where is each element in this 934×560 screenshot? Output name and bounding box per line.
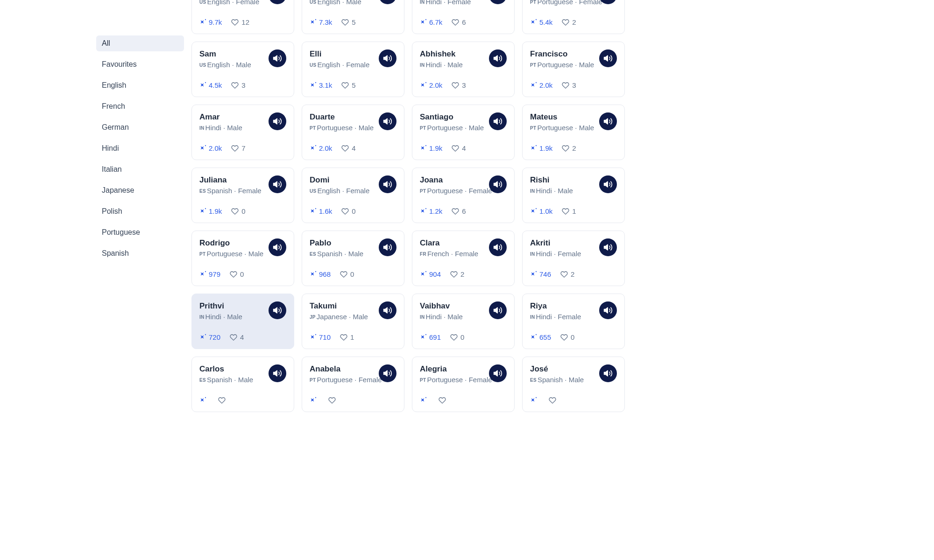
voice-card[interactable]: AmarINHindi · Male2.0k7	[191, 105, 294, 160]
likes-stat[interactable]: 0	[340, 270, 354, 278]
voice-gender: Male	[447, 313, 463, 321]
likes-stat[interactable]: 2	[562, 144, 576, 152]
sidebar-item-favourites[interactable]: Favourites	[96, 56, 184, 72]
sidebar-item-french[interactable]: French	[96, 98, 184, 114]
voice-card[interactable]: RiyaINHindi · Female6550	[522, 294, 625, 349]
sidebar-item-english[interactable]: English	[96, 77, 184, 93]
play-button[interactable]	[269, 301, 286, 319]
likes-stat[interactable]: 0	[341, 207, 355, 215]
voice-card[interactable]: DianaPTPortuguese · Female5.4k2	[522, 0, 625, 34]
voice-gender: Male	[569, 376, 584, 384]
play-button[interactable]	[599, 112, 617, 130]
play-button[interactable]	[269, 364, 286, 382]
likes-stat[interactable]: 3	[231, 81, 245, 89]
voice-card[interactable]: SamUSEnglish · Male4.5k3	[191, 42, 294, 97]
voice-card[interactable]: ArnoldUSEnglish · Male7.3k5	[302, 0, 404, 34]
voice-card[interactable]: ElliUSEnglish · Female3.1k5	[302, 42, 404, 97]
voice-card[interactable]: DomiUSEnglish · Female1.6k0	[302, 168, 404, 223]
likes-stat[interactable]: 2	[562, 18, 576, 26]
play-button[interactable]	[489, 49, 507, 67]
likes-stat[interactable]: 6	[452, 207, 466, 215]
likes-stat[interactable]: 3	[452, 81, 466, 89]
voice-card[interactable]: JulianaESSpanish · Female1.9k0	[191, 168, 294, 223]
sidebar-item-hindi[interactable]: Hindi	[96, 140, 184, 156]
voice-stats: 9.7k12	[199, 18, 286, 26]
play-button[interactable]	[599, 364, 617, 382]
play-button[interactable]	[379, 364, 396, 382]
voice-card[interactable]: JoanaPTPortuguese · Female1.2k6	[412, 168, 515, 223]
voice-card[interactable]: AnabelaPTPortuguese · Female	[302, 357, 404, 412]
likes-stat[interactable]: 3	[562, 81, 576, 89]
likes-stat[interactable]: 2	[560, 270, 574, 278]
play-button[interactable]	[379, 49, 396, 67]
likes-stat[interactable]: 2	[450, 270, 464, 278]
sidebar-item-portuguese[interactable]: Portuguese	[96, 224, 184, 240]
voice-card[interactable]: JoséESSpanish · Male	[522, 357, 625, 412]
play-button[interactable]	[269, 49, 286, 67]
play-button[interactable]	[269, 175, 286, 193]
likes-stat[interactable]: 12	[231, 18, 249, 26]
likes-stat[interactable]: 1	[340, 333, 354, 341]
voice-card[interactable]: AditiINHindi · Female6.7k6	[412, 0, 515, 34]
voice-card[interactable]: BellaUSEnglish · Female9.7k12	[191, 0, 294, 34]
play-button[interactable]	[599, 49, 617, 67]
sidebar-item-spanish[interactable]: Spanish	[96, 245, 184, 261]
voice-card[interactable]: DuartePTPortuguese · Male2.0k4	[302, 105, 404, 160]
voice-card[interactable]: PrithviINHindi · Male7204	[191, 294, 294, 349]
likes-stat[interactable]: 6	[452, 18, 466, 26]
sidebar-item-german[interactable]: German	[96, 119, 184, 135]
play-button[interactable]	[269, 238, 286, 256]
play-button[interactable]	[379, 175, 396, 193]
likes-stat[interactable]: 0	[560, 333, 574, 341]
play-button[interactable]	[489, 112, 507, 130]
voice-card[interactable]: AkritiINHindi · Female7462	[522, 231, 625, 286]
likes-stat[interactable]: 5	[341, 81, 355, 89]
voice-card[interactable]: MateusPTPortuguese · Male1.9k2	[522, 105, 625, 160]
voice-card[interactable]: VaibhavINHindi · Male6910	[412, 294, 515, 349]
play-button[interactable]	[599, 175, 617, 193]
likes-stat[interactable]: 4	[230, 333, 244, 341]
sidebar-item-polish[interactable]: Polish	[96, 203, 184, 219]
voice-card[interactable]: PabloESSpanish · Male9680	[302, 231, 404, 286]
likes-stat[interactable]	[328, 397, 339, 404]
sidebar-item-all[interactable]: All	[96, 35, 184, 51]
voice-card[interactable]: ClaraFRFrench · Female9042	[412, 231, 515, 286]
voice-card[interactable]: CarlosESSpanish · Male	[191, 357, 294, 412]
sidebar-item-japanese[interactable]: Japanese	[96, 182, 184, 198]
voice-card[interactable]: SantiagoPTPortuguese · Male1.9k4	[412, 105, 515, 160]
likes-stat[interactable]	[549, 397, 559, 404]
play-button[interactable]	[379, 112, 396, 130]
likes-stat[interactable]: 0	[230, 270, 244, 278]
usage-count: 710	[319, 333, 331, 341]
likes-stat[interactable]	[439, 397, 449, 404]
svg-marker-5	[384, 56, 388, 61]
play-button[interactable]	[489, 364, 507, 382]
play-button[interactable]	[599, 238, 617, 256]
likes-stat[interactable]: 4	[452, 144, 466, 152]
likes-stat[interactable]: 0	[231, 207, 245, 215]
play-button[interactable]	[599, 301, 617, 319]
voice-card[interactable]: AlegriaPTPortuguese · Female	[412, 357, 515, 412]
likes-stat[interactable]: 0	[450, 333, 464, 341]
play-button[interactable]	[379, 0, 396, 4]
heart-icon	[230, 334, 237, 341]
likes-stat[interactable]: 7	[231, 144, 245, 152]
play-button[interactable]	[489, 238, 507, 256]
voice-card[interactable]: RishiINHindi · Male1.0k1	[522, 168, 625, 223]
voice-card[interactable]: FranciscoPTPortuguese · Male2.0k3	[522, 42, 625, 97]
voice-card[interactable]: TakumiJPJapanese · Male7101	[302, 294, 404, 349]
sidebar-item-italian[interactable]: Italian	[96, 161, 184, 177]
voice-card[interactable]: RodrigoPTPortuguese · Male9790	[191, 231, 294, 286]
voice-card[interactable]: AbhishekINHindi · Male2.0k3	[412, 42, 515, 97]
play-button[interactable]	[269, 0, 286, 4]
likes-stat[interactable]: 1	[562, 207, 576, 215]
likes-stat[interactable]	[218, 397, 228, 404]
likes-stat[interactable]: 4	[341, 144, 355, 152]
play-button[interactable]	[489, 0, 507, 4]
play-button[interactable]	[269, 112, 286, 130]
play-button[interactable]	[489, 301, 507, 319]
play-button[interactable]	[489, 175, 507, 193]
play-button[interactable]	[379, 301, 396, 319]
likes-stat[interactable]: 5	[341, 18, 355, 26]
play-button[interactable]	[379, 238, 396, 256]
